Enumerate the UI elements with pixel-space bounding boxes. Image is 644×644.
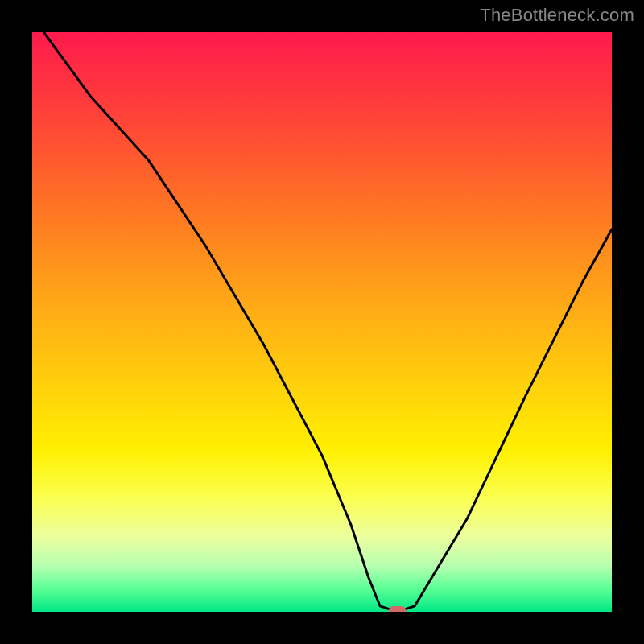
curve-layer <box>32 32 612 612</box>
bottleneck-curve <box>43 32 612 612</box>
chart-frame: TheBottleneck.com <box>0 0 644 644</box>
watermark-text: TheBottleneck.com <box>480 5 634 26</box>
plot-area <box>32 32 612 612</box>
optimal-marker <box>389 606 407 612</box>
